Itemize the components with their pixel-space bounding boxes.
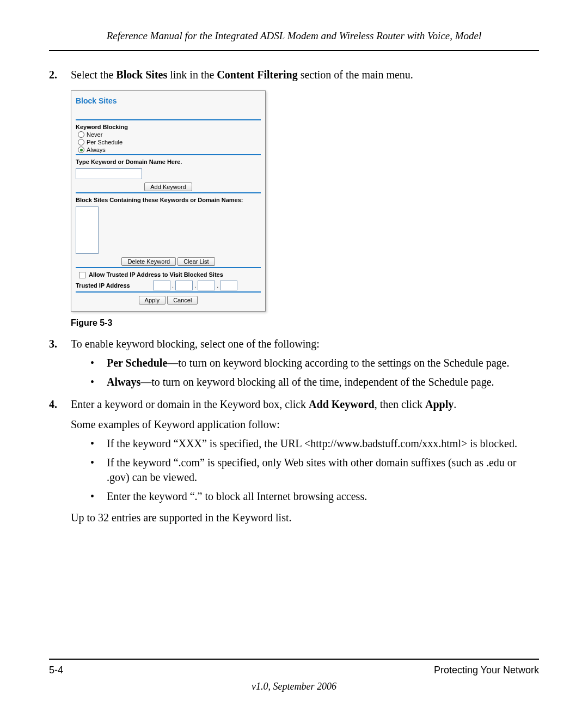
add-keyword-button[interactable]: Add Keyword xyxy=(144,182,192,191)
allow-trusted-row: Allow Trusted IP Address to Visit Blocke… xyxy=(76,271,261,278)
version-line: v1.0, September 2006 xyxy=(0,681,588,692)
bullet-icon: • xyxy=(90,356,107,370)
cancel-button[interactable]: Cancel xyxy=(167,296,198,305)
step-4-bullet-1-text: If the keyword “XXX” is specified, the U… xyxy=(107,436,539,451)
step-3-bullet-2: • Always—to turn on keyword blocking all… xyxy=(90,375,539,389)
bullet-icon: • xyxy=(90,436,107,451)
radio-per-schedule-row[interactable]: Per Schedule xyxy=(76,139,261,145)
bullet-icon: • xyxy=(90,489,107,504)
step-4-bullet-2: • If the keyword “.com” is specified, on… xyxy=(90,455,539,485)
step-4-post: . xyxy=(454,398,456,410)
keyword-blocking-label: Keyword Blocking xyxy=(76,124,261,130)
step-2-bold1: Block Sites xyxy=(116,69,167,81)
panel-separator xyxy=(76,119,261,120)
keyword-input[interactable] xyxy=(76,168,142,179)
bullet-icon: • xyxy=(90,455,107,485)
radio-per-schedule[interactable] xyxy=(78,139,84,145)
radio-always-label: Always xyxy=(87,147,106,153)
step-3: 3. To enable keyword blocking, select on… xyxy=(49,337,539,389)
step-3-number: 3. xyxy=(49,337,71,389)
section-title: Protecting Your Network xyxy=(434,665,539,676)
step-3-bullet-1: • Per Schedule—to turn on keyword blocki… xyxy=(90,356,539,370)
figure-label: Figure 5-3 xyxy=(71,318,539,328)
step-3-bullet-1-text: —to turn on keyword blocking according t… xyxy=(167,357,509,369)
step-4-bullet-2-text: If the keyword “.com” is specified, only… xyxy=(107,455,539,485)
radio-always-row[interactable]: Always xyxy=(76,147,261,153)
ip-dot: . xyxy=(171,282,174,289)
step-4-pre: Enter a keyword or domain in the Keyword… xyxy=(71,398,309,410)
radio-never[interactable] xyxy=(78,131,84,138)
step-4-mid: , then click xyxy=(375,398,425,410)
radio-always[interactable] xyxy=(78,147,84,153)
step-4-number: 4. xyxy=(49,397,71,525)
radio-never-row[interactable]: Never xyxy=(76,131,261,138)
page-number: 5-4 xyxy=(49,665,63,676)
step-3-bullet-2-bold: Always xyxy=(107,376,140,388)
step-4-bullet-3: • Enter the keyword “.” to block all Int… xyxy=(90,489,539,504)
step-2-text: Select the Block Sites link in the Conte… xyxy=(71,68,539,82)
apply-cancel-row: Apply Cancel xyxy=(76,296,261,305)
step-4-bold2: Apply xyxy=(425,398,454,410)
radio-never-label: Never xyxy=(87,131,102,138)
step-3-bullet-2-text: —to turn on keyword blocking all of the … xyxy=(140,376,494,388)
step-4-after1: Some examples of Keyword application fol… xyxy=(71,417,539,432)
ip-dot: . xyxy=(216,282,219,289)
footer-rule xyxy=(49,659,539,660)
trusted-ip-octet-4[interactable] xyxy=(220,281,237,290)
clear-list-button[interactable]: Clear List xyxy=(177,257,215,266)
step-3-text: To enable keyword blocking, select one o… xyxy=(71,337,539,351)
step-4: 4. Enter a keyword or domain in the Keyw… xyxy=(49,397,539,525)
bullet-icon: • xyxy=(90,375,107,389)
trusted-ip-octet-2[interactable] xyxy=(175,281,193,290)
figure-5-3: Block Sites Keyword Blocking Never Per S… xyxy=(71,90,539,328)
panel-separator-2 xyxy=(76,154,261,155)
panel-separator-5 xyxy=(76,291,261,293)
step-4-after2: Up to 32 entries are supported in the Ke… xyxy=(71,510,539,525)
allow-trusted-checkbox[interactable] xyxy=(79,272,85,278)
footer: 5-4 Protecting Your Network xyxy=(49,665,539,676)
delete-keyword-button[interactable]: Delete Keyword xyxy=(121,257,176,266)
step-2-number: 2. xyxy=(49,68,71,82)
panel-title: Block Sites xyxy=(76,94,261,118)
apply-button[interactable]: Apply xyxy=(139,296,166,305)
block-sites-containing-label: Block Sites Containing these Keywords or… xyxy=(76,197,261,203)
type-keyword-label: Type Keyword or Domain Name Here. xyxy=(76,159,261,165)
step-2-bold2: Content Filtering xyxy=(217,69,297,81)
step-4-bullet-3-text: Enter the keyword “.” to block all Inter… xyxy=(107,489,539,504)
trusted-ip-row: Trusted IP Address . . . xyxy=(76,281,261,290)
content-body: 2. Select the Block Sites link in the Co… xyxy=(49,68,539,525)
step-3-bullet-1-bold: Per Schedule xyxy=(107,357,167,369)
step-2-mid: link in the xyxy=(167,69,217,81)
step-4-bullet-1: • If the keyword “XXX” is specified, the… xyxy=(90,436,539,451)
panel-separator-4 xyxy=(76,267,261,268)
step-2-post: section of the main menu. xyxy=(298,69,413,81)
trusted-ip-octet-3[interactable] xyxy=(198,281,215,290)
keyword-listbox[interactable] xyxy=(76,206,99,254)
step-4-bold1: Add Keyword xyxy=(309,398,375,410)
step-4-line1: Enter a keyword or domain in the Keyword… xyxy=(71,397,539,412)
trusted-ip-octet-1[interactable] xyxy=(153,281,170,290)
panel-separator-3 xyxy=(76,192,261,193)
block-sites-panel: Block Sites Keyword Blocking Never Per S… xyxy=(71,90,266,312)
allow-trusted-label: Allow Trusted IP Address to Visit Blocke… xyxy=(89,271,223,278)
step-2: 2. Select the Block Sites link in the Co… xyxy=(49,68,539,82)
running-header: Reference Manual for the Integrated ADSL… xyxy=(49,30,539,51)
trusted-ip-label: Trusted IP Address xyxy=(76,282,152,289)
step-2-pre: Select the xyxy=(71,69,116,81)
ip-dot: . xyxy=(194,282,197,289)
radio-per-schedule-label: Per Schedule xyxy=(87,139,122,145)
